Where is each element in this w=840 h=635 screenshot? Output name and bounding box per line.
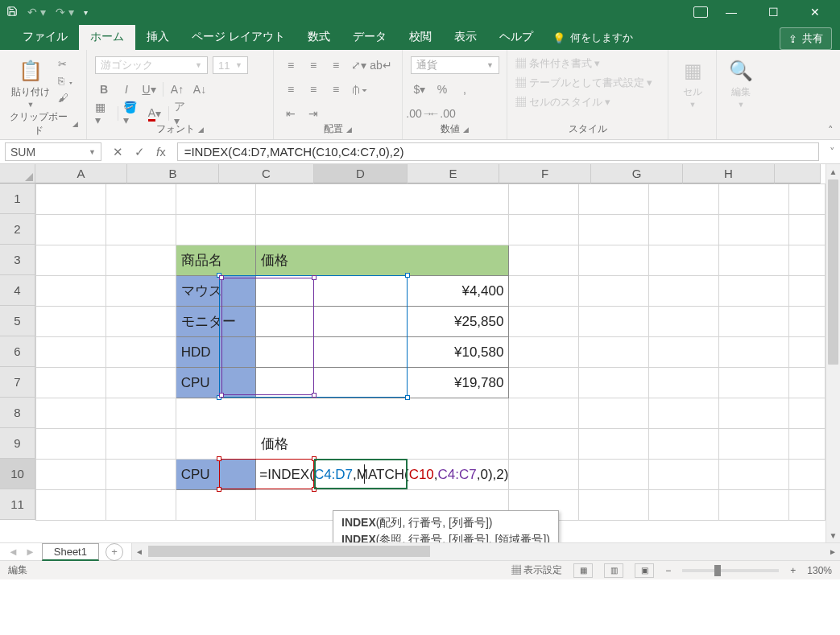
display-settings[interactable]: ▦ 表示設定	[511, 563, 562, 577]
underline-button[interactable]: U ▾	[140, 80, 158, 98]
sheet-nav-prev[interactable]: ◄	[8, 546, 19, 558]
tab-data[interactable]: データ	[341, 25, 398, 50]
cells[interactable]: 商品名価格 マウス¥4,400 モニター¥25,850 HDD¥10,580 C…	[35, 183, 826, 521]
col-header-f[interactable]: F	[499, 164, 591, 183]
tab-insert[interactable]: 挿入	[135, 25, 180, 50]
format-as-table-button[interactable]: ▦ テーブルとして書式設定 ▾	[515, 76, 652, 90]
increase-font-button[interactable]: A↑	[168, 80, 186, 98]
vscroll-thumb[interactable]	[828, 179, 838, 365]
row-header-8[interactable]: 8	[0, 398, 35, 428]
paste-button[interactable]: 📋 貼り付け ▼	[8, 56, 53, 110]
col-header-h[interactable]: H	[683, 164, 775, 183]
tell-me[interactable]: 💡 何をしますか	[544, 26, 641, 50]
copy-button[interactable]: ⎘ ▾	[58, 75, 74, 87]
hscroll-thumb[interactable]	[148, 546, 430, 557]
tab-page-layout[interactable]: ページ レイアウト	[180, 25, 296, 50]
maximize-button[interactable]: ☐	[755, 0, 792, 24]
font-name-combo[interactable]: 游ゴシック▼	[95, 56, 208, 74]
formula-input[interactable]: =INDEX(C4:D7,MATCH(C10,C4:C7,0),2)	[177, 142, 819, 161]
editing-button[interactable]: 🔍編集▼	[725, 56, 757, 110]
row-header-1[interactable]: 1	[0, 183, 35, 214]
share-button[interactable]: ⇪ 共有	[780, 27, 832, 50]
border-button[interactable]: ▦ ▾	[95, 105, 113, 122]
hscroll-right-button[interactable]: ►	[826, 543, 840, 560]
decrease-font-button[interactable]: A↓	[191, 80, 209, 98]
increase-decimal-button[interactable]: .00→	[411, 105, 428, 122]
decrease-indent-button[interactable]: ⇤	[282, 105, 300, 122]
tab-view[interactable]: 表示	[443, 25, 488, 50]
cells-button[interactable]: ▦セル▼	[677, 56, 709, 110]
row-header-6[interactable]: 6	[0, 336, 35, 367]
percent-button[interactable]: %	[433, 80, 451, 98]
clipboard-dialog-icon[interactable]: ◢	[72, 120, 78, 128]
row-header-5[interactable]: 5	[0, 306, 35, 336]
zoom-level[interactable]: 130%	[807, 565, 832, 576]
font-dialog-icon[interactable]: ◢	[198, 126, 204, 134]
col-header-d[interactable]: D	[314, 164, 408, 183]
decrease-decimal-button[interactable]: ←.00	[433, 105, 451, 122]
col-header-i[interactable]	[775, 164, 821, 183]
font-color-button[interactable]: A ▾	[146, 105, 163, 122]
collapse-ribbon-button[interactable]: ˄	[828, 124, 834, 136]
cell-styles-button[interactable]: ▦ セルのスタイル ▾	[515, 95, 610, 109]
increase-indent-button[interactable]: ⇥	[304, 105, 322, 122]
format-painter-button[interactable]: 🖌	[58, 92, 74, 104]
align-dialog-icon[interactable]: ◢	[346, 126, 352, 134]
cut-button[interactable]: ✂	[58, 58, 74, 70]
redo-button[interactable]: ↷ ▾	[56, 6, 74, 19]
scroll-up-button[interactable]: ▲	[826, 164, 840, 179]
align-right-button[interactable]: ≡	[327, 80, 345, 98]
enter-formula-button[interactable]: ✓	[134, 145, 145, 159]
sheet-tab-1[interactable]: Sheet1	[42, 543, 99, 561]
italic-button[interactable]: I	[118, 80, 135, 98]
undo-button[interactable]: ↶ ▾	[27, 6, 46, 19]
insert-function-button[interactable]: fx	[156, 145, 166, 159]
wrap-text-button[interactable]: ab↵	[372, 56, 390, 74]
row-header-7[interactable]: 7	[0, 367, 35, 398]
zoom-slider[interactable]	[682, 569, 779, 572]
accounting-button[interactable]: $▾	[411, 80, 428, 98]
tab-home[interactable]: ホーム	[79, 25, 135, 50]
number-format-combo[interactable]: 通貨▼	[411, 56, 499, 74]
sheet-nav-next[interactable]: ►	[25, 546, 35, 558]
expand-formula-bar-button[interactable]: ˅	[824, 140, 840, 163]
select-all-corner[interactable]	[0, 164, 35, 183]
name-box[interactable]: SUM▼	[5, 142, 101, 161]
row-header-3[interactable]: 3	[0, 245, 35, 275]
align-bottom-button[interactable]: ≡	[327, 56, 345, 74]
qat-customize[interactable]: ▾	[84, 8, 88, 17]
align-left-button[interactable]: ≡	[282, 80, 300, 98]
align-middle-button[interactable]: ≡	[304, 56, 322, 74]
row-header-4[interactable]: 4	[0, 275, 35, 306]
zoom-in-button[interactable]: +	[790, 565, 796, 576]
cell-d10-formula[interactable]: =INDEX(C4:D7,MATCH(C10,C4:C7,0),2)	[256, 467, 508, 483]
minimize-button[interactable]: —	[713, 0, 750, 24]
number-dialog-icon[interactable]: ◢	[463, 126, 469, 134]
tab-formulas[interactable]: 数式	[296, 25, 341, 50]
row-header-11[interactable]: 11	[0, 489, 35, 520]
horizontal-scrollbar[interactable]	[147, 543, 826, 560]
page-layout-view-button[interactable]: ▥	[604, 563, 623, 578]
conditional-format-button[interactable]: ▦ 条件付き書式 ▾	[515, 56, 600, 71]
col-header-b[interactable]: B	[127, 164, 219, 183]
row-header-2[interactable]: 2	[0, 214, 35, 245]
row-header-10[interactable]: 10	[0, 459, 35, 489]
scroll-down-button[interactable]: ▼	[826, 528, 840, 542]
row-header-9[interactable]: 9	[0, 428, 35, 459]
orientation-button[interactable]: ⤢▾	[350, 56, 367, 74]
tab-review[interactable]: 校閲	[398, 25, 443, 50]
col-header-c[interactable]: C	[219, 164, 314, 183]
ribbon-options-icon[interactable]	[693, 6, 708, 18]
zoom-out-button[interactable]: −	[665, 565, 671, 576]
normal-view-button[interactable]: ▦	[573, 563, 593, 578]
bold-button[interactable]: B	[95, 80, 113, 98]
col-header-a[interactable]: A	[35, 164, 127, 183]
cancel-formula-button[interactable]: ✕	[113, 145, 123, 159]
align-top-button[interactable]: ≡	[282, 56, 300, 74]
fill-color-button[interactable]: 🪣 ▾	[123, 105, 141, 122]
vertical-scrollbar[interactable]: ▲ ▼	[826, 164, 840, 542]
col-header-e[interactable]: E	[408, 164, 499, 183]
align-center-button[interactable]: ≡	[304, 80, 322, 98]
merge-button[interactable]: ⫛▾	[350, 80, 367, 98]
worksheet-grid[interactable]: A B C D E F G H 1 2 3 4 5 6 7 8 9 10 11	[0, 164, 840, 542]
